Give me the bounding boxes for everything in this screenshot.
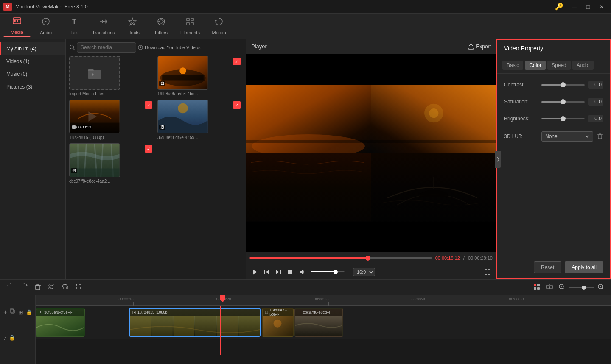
stop-button[interactable] [287,269,294,275]
search-input[interactable] [77,42,136,53]
track-labels: + ⊞ 🔒 ♪ 🔒 [0,295,36,364]
delete-button[interactable] [32,281,43,294]
brightness-slider-container [541,114,585,123]
main-toolbar: Media Audio T Text Transitions Effects F… [0,14,611,39]
app-logo: M [3,3,12,11]
apply-to-all-button[interactable]: Apply to all [565,261,603,273]
media-item-file4[interactable]: 🖼 ✓ cbc97ff8-e8cd-4aa2... [69,143,154,183]
volume-icon [299,269,306,275]
toolbar-filters[interactable]: Filters [148,15,175,37]
skip-forward-button[interactable] [275,269,282,275]
svg-rect-79 [36,316,84,336]
saturation-slider-filled [541,101,563,103]
zoom-mode-button[interactable] [531,281,542,294]
minimize-button[interactable]: ─ [569,3,580,11]
reset-button[interactable]: Reset [534,261,561,273]
undo-button[interactable] [5,281,16,294]
playback-progress[interactable] [249,257,432,259]
download-youtube-button[interactable]: Download YouTube Videos [138,45,201,50]
lut-select[interactable]: None [541,131,593,142]
zoom-out-button[interactable] [557,282,567,294]
skip-back-button[interactable] [263,269,270,275]
headphones-icon [61,283,69,291]
svg-rect-65 [547,285,549,289]
zoom-in-button[interactable] [596,282,606,294]
toolbar-media[interactable]: Media [3,15,31,37]
file3-type-badge: 🖼 [159,125,165,130]
svg-text:M: M [6,4,9,9]
volume-slider[interactable] [311,271,345,272]
crop-icon [75,283,82,291]
export-button[interactable]: Export [468,43,491,50]
copy-track-button[interactable] [10,308,16,316]
aspect-ratio-select[interactable]: 16:9 4:3 1:1 9:16 [353,268,375,276]
toolbar-motion[interactable]: Motion [205,15,233,37]
play-button[interactable] [251,269,258,275]
clip-36f88ef8[interactable]: 36f88ef8-df5e-4- [36,308,85,337]
folder-icon [88,67,101,79]
toolbar-elements[interactable]: Elements [177,15,204,37]
saturation-slider[interactable] [541,101,585,103]
contrast-handle[interactable] [561,82,566,87]
video-content [246,54,496,252]
crop-button[interactable] [73,281,84,294]
skip-forward-icon [275,269,282,275]
maximize-button[interactable]: □ [582,3,594,11]
media-item-file3[interactable]: 🖼 ✓ 36f88ef8-df5e-4459-... [157,100,242,140]
lock-track-button[interactable]: 🔒 [26,309,32,315]
zoom-in-icon [597,283,604,290]
svg-marker-42 [253,270,257,275]
svg-rect-92 [298,311,301,314]
tab-audio[interactable]: Audio [572,61,594,70]
tab-speed[interactable]: Speed [547,61,571,70]
media-item-file2[interactable]: 00:00:13 ✓ 18724815 (1080p) [69,100,154,140]
svg-point-23 [179,67,186,74]
saturation-handle[interactable] [561,99,566,104]
media-item-file1[interactable]: 🖼 ✓ 16fb8a05-b5b4-4be... [157,56,242,96]
import-media-item[interactable]: Import Media Files [69,56,154,96]
volume-button[interactable] [299,269,306,275]
lut-value: None [545,133,558,139]
redo-button[interactable] [19,281,30,294]
svg-rect-75 [11,310,14,313]
toolbar-text[interactable]: T Text [61,15,88,37]
toolbar-effects[interactable]: Effects [119,15,146,37]
clip-18724815[interactable]: 18724815 (1080p) [129,308,261,337]
brightness-handle[interactable] [561,116,566,121]
tab-color[interactable]: Color [525,61,546,70]
zoom-slider[interactable] [569,287,594,288]
lock-audio-button[interactable]: 🔒 [9,335,15,341]
toolbar-motion-label: Motion [212,30,226,35]
svg-point-9 [160,20,163,23]
cut-button[interactable] [46,281,57,294]
close-button[interactable]: ✕ [596,3,608,11]
toolbar-transitions[interactable]: Transitions [90,15,117,37]
panel-collapse-handle[interactable] [495,151,501,168]
split-icon [546,283,553,291]
svg-rect-20 [88,69,94,71]
titlebar: M MiniTool MovieMaker Free 8.1.0 🔑 ─ □ ✕ [0,0,611,14]
lut-delete-button[interactable] [597,133,603,141]
toolbar-effects-label: Effects [125,30,139,35]
download-icon [138,45,143,50]
zoom-handle[interactable] [582,286,586,290]
split-button[interactable] [544,281,555,294]
svg-rect-47 [288,270,292,274]
toolbar-audio[interactable]: Audio [32,15,59,37]
sidebar-item-my-album[interactable]: My Album (4) [0,42,65,55]
headphones-button[interactable] [59,281,70,294]
svg-point-53 [49,287,50,289]
add-row-icon: ⊞ [18,309,23,316]
volume-handle[interactable] [334,270,338,274]
sidebar-item-music[interactable]: Music (0) [0,68,65,81]
clip-16fb8a05[interactable]: 16fb8a05-b5b4- [262,308,294,337]
contrast-slider[interactable] [541,84,585,86]
brightness-slider[interactable] [541,118,585,119]
video-icon-small [72,125,76,129]
fullscreen-button[interactable] [484,269,491,275]
sidebar-item-videos[interactable]: Videos (1) [0,55,65,68]
sidebar-item-pictures[interactable]: Pictures (3) [0,81,65,93]
clip-cbc97ff8[interactable]: cbc97ff8-e8cd-4 [294,308,343,337]
tab-basic[interactable]: Basic [502,61,523,70]
add-track-button[interactable]: + [3,308,7,316]
